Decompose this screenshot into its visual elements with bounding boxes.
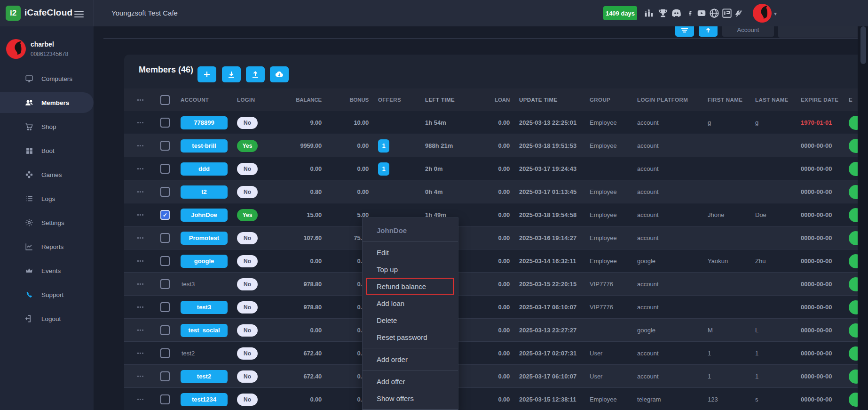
layers-icon[interactable] (733, 8, 745, 19)
account-cell[interactable]: ddd (181, 157, 228, 180)
sidebar-item-reports[interactable]: Reports (0, 236, 94, 257)
menu-item-top-up[interactable]: Top up (363, 261, 458, 278)
menu-item-reset-password[interactable]: Reset password (363, 329, 458, 346)
account-button[interactable]: test3 (181, 301, 228, 314)
account-cell[interactable]: test2 (181, 342, 229, 365)
account-cell[interactable]: google (181, 249, 228, 273)
sidebar-item-events[interactable]: Events (0, 260, 94, 281)
row-checkbox[interactable] (160, 319, 170, 342)
chevron-down-icon[interactable]: ▾ (774, 10, 777, 17)
account-cell[interactable]: test3 (181, 273, 229, 296)
row-checkbox[interactable] (160, 249, 170, 273)
row-grip-icon[interactable] (137, 342, 148, 365)
export-members-button[interactable] (246, 66, 265, 82)
account-cell[interactable]: test3 (181, 296, 228, 319)
column-header-update-time[interactable]: UPDATE TIME (519, 88, 590, 111)
account-cell[interactable]: 778899 (181, 111, 228, 134)
account-button[interactable]: test1234 (181, 393, 228, 406)
enabled-toggle[interactable] (849, 157, 858, 180)
enabled-toggle[interactable] (849, 226, 858, 249)
import-members-button[interactable] (222, 66, 241, 82)
days-remaining-badge[interactable]: 1409 days (603, 6, 637, 20)
enabled-toggle[interactable] (849, 296, 858, 319)
offers-cell[interactable] (378, 180, 397, 203)
offers-cell[interactable]: 1 (378, 134, 397, 157)
account-cell[interactable]: test_social (181, 319, 228, 342)
offers-cell[interactable]: 1 (378, 157, 397, 180)
column-header-login[interactable]: LOGIN (237, 88, 260, 111)
cloud-download-button[interactable] (270, 66, 289, 82)
row-grip-icon[interactable] (137, 134, 148, 157)
account-button[interactable]: Promotest (181, 232, 228, 245)
offers-cell[interactable] (378, 111, 397, 134)
row-checkbox[interactable] (160, 296, 170, 319)
row-checkbox[interactable] (160, 388, 170, 410)
column-header-group[interactable]: GROUP (590, 88, 637, 111)
column-header-offers[interactable]: OFFERS (378, 88, 397, 111)
account-cell[interactable]: JohnDoe (181, 203, 228, 226)
row-checkbox[interactable] (160, 134, 170, 157)
sidebar-item-logs[interactable]: Logs (0, 188, 94, 209)
sidebar-item-games[interactable]: Games (0, 164, 94, 185)
account-cell[interactable]: Promotest (181, 226, 228, 249)
enabled-toggle[interactable] (849, 203, 858, 226)
row-grip-icon[interactable] (137, 157, 148, 180)
menu-item-add-order[interactable]: Add order (363, 351, 458, 368)
offer-count-badge[interactable]: 1 (378, 139, 389, 153)
menu-item-show-offers[interactable]: Show offers (363, 390, 458, 407)
row-checkbox[interactable]: ✓ (160, 203, 170, 226)
menu-item-add-offer[interactable]: Add offer (363, 373, 458, 390)
account-cell[interactable]: test-brill (181, 134, 228, 157)
icafe-icon[interactable] (721, 8, 733, 19)
enabled-toggle[interactable] (849, 134, 858, 157)
enabled-toggle[interactable] (849, 180, 858, 203)
account-cell[interactable]: test2 (181, 365, 228, 388)
row-checkbox[interactable] (160, 157, 170, 180)
discord-icon[interactable] (670, 8, 682, 19)
account-button[interactable]: 778899 (181, 116, 228, 129)
row-checkbox[interactable] (160, 180, 170, 203)
enabled-toggle[interactable] (849, 111, 858, 134)
enabled-toggle[interactable] (849, 273, 858, 296)
enabled-toggle[interactable] (849, 365, 858, 388)
row-checkbox[interactable] (160, 226, 170, 249)
account-button[interactable]: JohnDoe (181, 209, 228, 222)
row-grip-icon[interactable] (137, 249, 148, 273)
row-checkbox[interactable] (160, 365, 170, 388)
youtube-icon[interactable] (695, 8, 708, 19)
sidebar-item-members[interactable]: Members (0, 92, 94, 113)
offer-count-badge[interactable]: 1 (378, 162, 389, 176)
row-grip-icon[interactable] (137, 111, 148, 134)
hamburger-menu-icon[interactable] (74, 9, 84, 19)
account-button[interactable]: ddd (181, 162, 228, 176)
enabled-toggle[interactable] (849, 319, 858, 342)
menu-item-add-loan[interactable]: Add loan (363, 295, 458, 312)
enabled-toggle[interactable] (849, 388, 858, 410)
column-header-login-platform[interactable]: LOGIN PLATFORM (637, 88, 689, 111)
column-header-loan[interactable]: LOAN (467, 88, 510, 111)
menu-item-edit[interactable]: Edit (363, 244, 458, 261)
account-button[interactable]: test-brill (181, 139, 228, 153)
user-avatar[interactable] (753, 4, 772, 23)
row-checkbox[interactable] (160, 342, 170, 365)
enabled-toggle[interactable] (849, 342, 858, 365)
account-cell[interactable]: t2 (181, 180, 228, 203)
column-header-balance[interactable]: BALANCE (275, 88, 322, 111)
column-header-expire-date[interactable]: EXPIRE DATE (801, 88, 845, 111)
select-all-checkbox[interactable] (160, 88, 170, 111)
row-grip-icon[interactable] (137, 365, 148, 388)
row-grip-icon[interactable] (137, 226, 148, 249)
row-grip-icon[interactable] (137, 203, 148, 226)
column-header-left-time[interactable]: LEFT TIME (425, 88, 467, 111)
sidebar-item-shop[interactable]: Shop (0, 116, 94, 137)
row-checkbox[interactable] (160, 273, 170, 296)
column-header-account[interactable]: ACCOUNT (181, 88, 228, 111)
row-grip-icon[interactable] (137, 388, 148, 410)
sidebar-item-boot[interactable]: Boot (0, 140, 94, 161)
row-grip-icon[interactable] (137, 180, 148, 203)
menu-item-refund-balance[interactable]: Refund balance (366, 278, 454, 295)
column-header-bonus[interactable]: BONUS (326, 88, 369, 111)
account-button[interactable]: t2 (181, 185, 228, 199)
add-member-button[interactable] (197, 66, 216, 82)
row-grip-icon[interactable] (137, 296, 148, 319)
